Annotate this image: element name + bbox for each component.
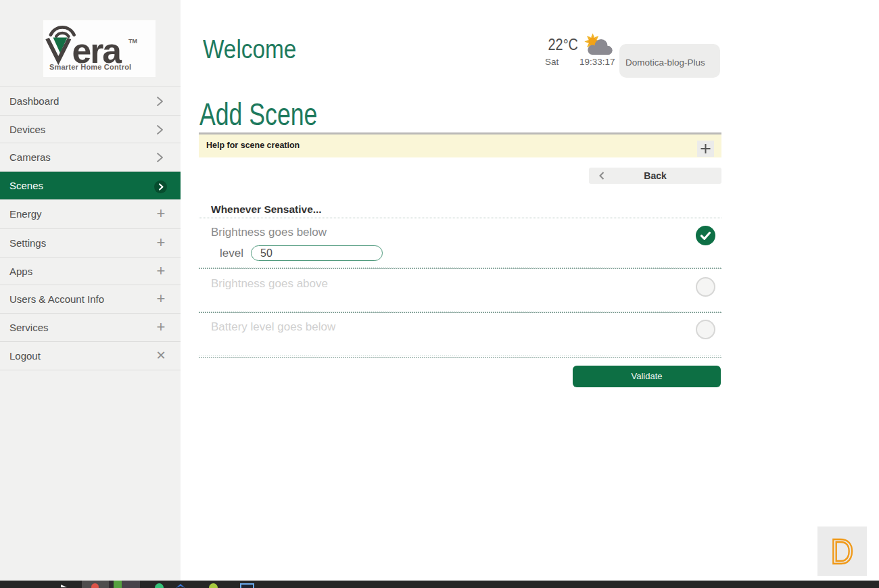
svg-text:D: D [831,532,854,571]
svg-text:Smarter Home Control: Smarter Home Control [49,63,131,71]
svg-text:TM: TM [128,38,137,45]
